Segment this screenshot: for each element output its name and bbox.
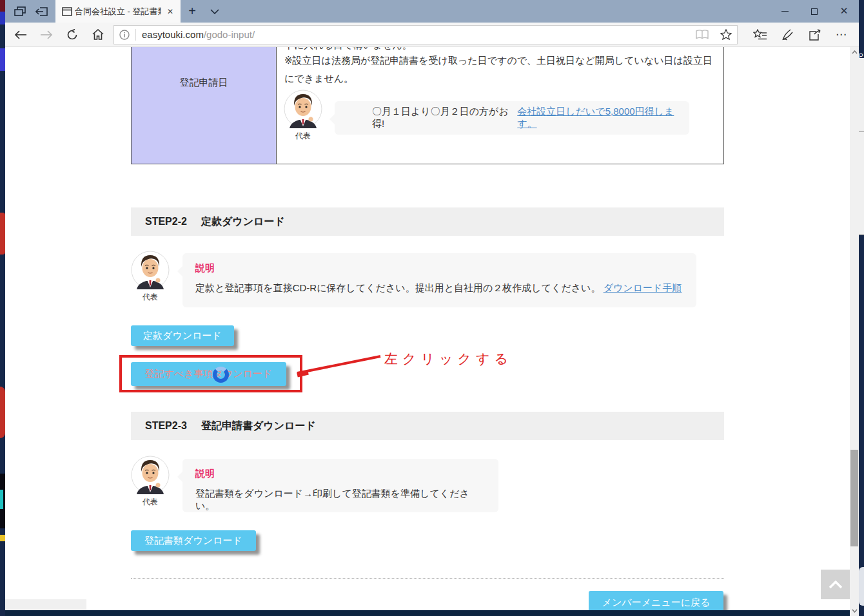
table-row-label-cell: 登記申請日 [132,47,277,164]
hub-favorites-list-icon[interactable] [747,29,774,40]
setup-date-note-line2: にできません。 [284,70,723,88]
description-title: 説明 [195,262,683,274]
scrollbar-up-icon[interactable] [850,47,859,57]
url-host: easytouki.com [142,29,204,40]
step-title: 定款ダウンロード [201,215,285,229]
step2-2-description-bubble: 説明 定款と登記事項を直接CD-Rに保存してください。提出用と自社用の２枚作成し… [182,253,696,307]
desktop-edge-right: P [859,0,864,616]
step-code: STEP2-3 [145,420,187,432]
avatar-face-icon [131,456,170,494]
step2-2-heading: STEP2-2 定款ダウンロード [131,207,724,236]
clipped-text-line: 下に入れる日で構いません。 [284,47,723,52]
registration-docs-download-button[interactable]: 登記書類ダウンロード [131,530,256,551]
url-path: /godo-input/ [204,29,255,40]
avatar-caption: 代表 [130,292,170,303]
close-button[interactable]: ✕ [829,0,859,23]
scrollbar-down-icon[interactable] [850,606,859,616]
description-body: 定款と登記事項を直接CD-Rに保存してください。提出用と自社用の２枚作成してくだ… [195,282,683,294]
tab-title: 合同会社設立 - 登記書類 [75,6,161,17]
back-icon[interactable] [8,30,34,40]
vertical-scrollbar[interactable] [850,47,859,616]
scrollbar-thumb[interactable] [850,450,858,546]
representative-avatar: 代表 [130,251,170,303]
avatar-caption: 代表 [130,497,170,508]
avatar-face-icon [131,251,170,289]
scroll-to-top-button[interactable] [821,570,850,599]
url-divider [135,29,136,41]
registration-date-table: 登記申請日 下に入れる日で構いません。 ※設立日は法務局が登記申請書を受け取った… [131,47,724,164]
bubble-tail [171,470,184,483]
avatar-face-icon [284,90,322,128]
more-actions-icon[interactable]: ⋯ [828,28,855,41]
site-info-icon[interactable] [119,30,130,40]
tab-close-icon[interactable]: ✕ [164,5,177,18]
status-tooltip [5,599,86,611]
page-viewport: 登記申請日 下に入れる日で構いません。 ※設立日は法務局が登記申請書を受け取った… [5,47,859,616]
annotation-label: 左クリックする [384,350,513,368]
minimize-button[interactable] [770,0,800,23]
favorite-star-icon[interactable] [720,29,732,40]
representative-avatar: 代表 [130,456,170,508]
description-title: 説明 [195,468,486,480]
forward-icon[interactable] [34,30,59,40]
page-footer-bar [5,610,859,616]
annotation-rectangle [119,355,302,392]
tab-active[interactable]: 合同会社設立 - 登記書類 ✕ [55,0,181,23]
description-body: 登記書類をダウンロード→印刷して登記書類を準備してください。 [195,488,486,512]
browser-window: 合同会社設立 - 登記書類 ✕ + ✕ [5,0,859,616]
avatar-caption: 代表 [283,131,323,142]
titlebar-drag-area [226,0,770,23]
new-tab-button[interactable]: + [181,0,204,23]
address-toolbar: easytouki.com /godo-input/ [5,23,859,47]
tab-preview-chevron-icon[interactable] [204,0,226,23]
bubble-tail [171,265,184,278]
page-icon [62,7,72,16]
reading-view-icon[interactable] [696,30,709,39]
step-code: STEP2-2 [145,216,187,227]
tip-text: 〇月１日より〇月２日の方がお得! [372,106,517,130]
setup-date-note-line1: ※設立日は法務局が登記申請書を受け取った日ですので、土日祝日など開局していない日… [284,52,723,70]
divider [131,578,724,579]
tabs-set-aside-list-icon[interactable] [9,0,31,23]
table-row-body-cell: 下に入れる日で構いません。 ※設立日は法務局が登記申請書を受け取った日ですので、… [277,47,723,164]
step2-3-heading: STEP2-3 登記申請書ダウンロード [131,412,724,440]
web-note-pen-icon[interactable] [774,29,801,41]
refresh-icon[interactable] [59,29,85,41]
home-icon[interactable] [85,29,111,40]
representative-avatar: 代表 [283,90,323,142]
download-procedure-link[interactable]: ダウンロード手順 [604,282,682,293]
share-icon[interactable] [801,29,828,41]
maximize-button[interactable] [800,0,829,23]
tip-bubble: 〇月１日より〇月２日の方がお得! 会社設立日しだいで5,8000円得します。 [335,101,689,135]
step-title: 登記申請書ダウンロード [201,419,316,433]
screen: P 合同会社設立 - 登記書類 ✕ + [0,0,864,616]
bubble-tail [323,113,336,126]
address-bar[interactable]: easytouki.com /godo-input/ [113,25,738,44]
desktop-edge-left [0,0,5,616]
step2-3-description-bubble: 説明 登記書類をダウンロード→印刷して登記書類を準備してください。 [182,459,498,512]
titlebar: 合同会社設立 - 登記書類 ✕ + ✕ [5,0,859,23]
toolbar-right-icons: ⋯ [747,28,855,41]
setup-date-savings-link[interactable]: 会社設立日しだいで5,8000円得します。 [517,106,689,130]
chevron-up-icon [829,581,843,589]
set-tabs-aside-icon[interactable] [31,0,53,23]
row-label: 登記申請日 [180,77,228,164]
teikan-download-button[interactable]: 定款ダウンロード [131,325,234,346]
